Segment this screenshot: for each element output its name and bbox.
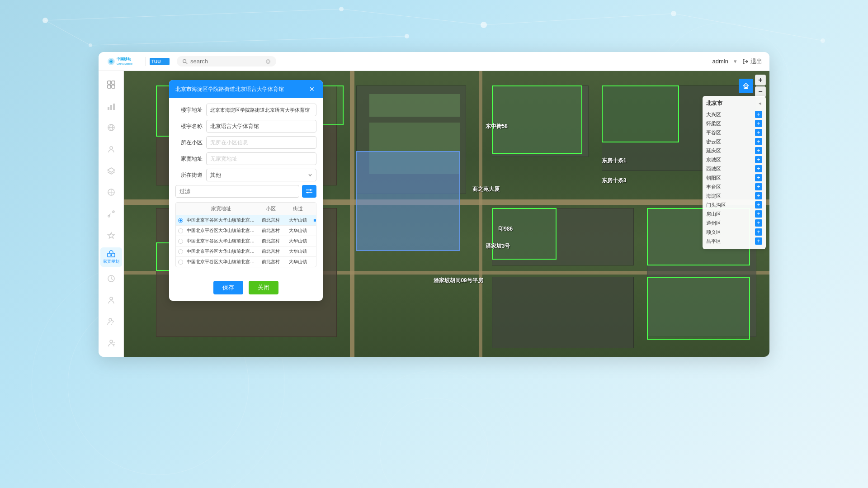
building-input[interactable] bbox=[206, 120, 316, 133]
street-select[interactable]: 其他 bbox=[206, 169, 316, 181]
transfer-button[interactable] bbox=[302, 185, 316, 198]
search-bar[interactable] bbox=[177, 56, 276, 66]
svg-point-48 bbox=[110, 254, 112, 256]
sidebar-item-person2[interactable] bbox=[101, 312, 121, 332]
cell-community-4: 前北宫村 bbox=[257, 257, 284, 267]
radio-unselected-3 bbox=[178, 249, 183, 254]
cell-address-2: 中国北京平谷区大华山镇前北宫村1号楼 bbox=[185, 236, 257, 246]
table-row-2[interactable]: 中国北京平谷区大华山镇前北宫村1号楼 前北宫村 大华山镇 bbox=[176, 236, 316, 246]
modal-header: 北京市海淀区学院路街道北京语言大学体育馆 ✕ bbox=[169, 80, 323, 98]
region-add-fengtai[interactable]: + bbox=[755, 183, 762, 190]
region-item-changping[interactable]: 昌平区 + bbox=[706, 237, 762, 246]
region-item-tongzhou[interactable]: 通州区 + bbox=[706, 218, 762, 227]
sidebar-item-stats[interactable] bbox=[101, 96, 121, 116]
region-item-huairou[interactable]: 怀柔区 + bbox=[706, 119, 762, 128]
sidebar-item-users[interactable] bbox=[101, 139, 121, 159]
close-button[interactable]: 关闭 bbox=[249, 281, 278, 294]
network-icon bbox=[107, 123, 115, 132]
sidebar-item-tools[interactable] bbox=[101, 204, 121, 224]
region-item-mentougou[interactable]: 门头沟区 + bbox=[706, 200, 762, 209]
cell-address-3: 中国北京平谷区大华山镇前北宫村1号楼 bbox=[185, 246, 257, 256]
star-icon bbox=[107, 232, 115, 240]
region-item-fangshan[interactable]: 房山区 + bbox=[706, 209, 762, 218]
region-list: 大兴区 + 怀柔区 + 平谷区 + 密云区 + bbox=[706, 110, 762, 246]
cell-address-1: 中国北京平谷区大华山镇前北宫村1号楼 bbox=[185, 226, 257, 236]
region-item-chaoyang[interactable]: 朝阳区 + bbox=[706, 173, 762, 182]
sidebar-item-person3[interactable] bbox=[101, 333, 121, 353]
search-icon bbox=[182, 58, 188, 65]
street-value: 其他 bbox=[210, 171, 221, 179]
save-button[interactable]: 保存 bbox=[213, 281, 243, 294]
sidebar-item-broadband[interactable]: 家宽规划 bbox=[100, 247, 122, 267]
home-button[interactable] bbox=[739, 79, 753, 93]
form-row-community: 所在小区 bbox=[175, 136, 316, 149]
region-add-daxing[interactable]: + bbox=[755, 111, 762, 118]
address-label: 楼宇地址 bbox=[175, 106, 203, 114]
table-row-0[interactable]: 中国北京平谷区大华山镇前北宫村1号楼 前北宫村 大华山镇 ≡ bbox=[176, 215, 316, 226]
table-row-1[interactable]: 中国北京平谷区大华山镇前北宫村1号楼 前北宫村 大华山镇 bbox=[176, 226, 316, 236]
svg-point-4 bbox=[821, 38, 825, 43]
sidebar: 家宽规划 bbox=[99, 71, 124, 357]
region-add-yanqing[interactable]: + bbox=[755, 147, 762, 154]
region-add-shunyi[interactable]: + bbox=[755, 228, 762, 236]
search-input[interactable] bbox=[190, 58, 263, 65]
sidebar-item-star[interactable] bbox=[101, 226, 121, 246]
sidebar-item-clock[interactable] bbox=[101, 269, 121, 289]
sidebar-item-network[interactable] bbox=[101, 118, 121, 137]
sidebar-item-person1[interactable] bbox=[101, 290, 121, 310]
region-add-pinggu[interactable]: + bbox=[755, 129, 762, 136]
region-item-xicheng[interactable]: 西城区 + bbox=[706, 164, 762, 173]
svg-line-26 bbox=[186, 62, 187, 63]
region-name-changping: 昌平区 bbox=[706, 238, 721, 245]
region-item-pinggu[interactable]: 平谷区 + bbox=[706, 128, 762, 137]
region-add-haidian[interactable]: + bbox=[755, 192, 762, 199]
address-input[interactable] bbox=[206, 104, 316, 116]
broadband-input[interactable] bbox=[206, 152, 316, 165]
table-row-3[interactable]: 中国北京平谷区大华山镇前北宫村1号楼 前北宫村 大华山镇 bbox=[176, 246, 316, 257]
filter-input[interactable] bbox=[175, 185, 299, 198]
region-add-dongcheng[interactable]: + bbox=[755, 156, 762, 163]
region-item-haidian[interactable]: 海淀区 + bbox=[706, 191, 762, 200]
region-add-huairou[interactable]: + bbox=[755, 120, 762, 127]
sidebar-item-layers[interactable] bbox=[101, 161, 121, 181]
table-row-4[interactable]: 中国北京平谷区大华山镇前北宫村1号楼 前北宫村 大华山镇 bbox=[176, 257, 316, 267]
community-input[interactable] bbox=[206, 136, 316, 149]
modal-close-button[interactable]: ✕ bbox=[307, 85, 316, 94]
zoom-in-button[interactable]: + bbox=[755, 75, 766, 85]
address-table: 家宽地址 小区 街道 bbox=[175, 202, 316, 267]
region-item-miyun[interactable]: 密云区 + bbox=[706, 137, 762, 146]
svg-point-41 bbox=[110, 147, 113, 149]
logout-button[interactable]: 退出 bbox=[742, 57, 762, 66]
clear-search-icon[interactable] bbox=[265, 58, 271, 65]
sidebar-item-globe[interactable] bbox=[101, 182, 121, 202]
svg-rect-31 bbox=[108, 81, 111, 84]
region-item-dongcheng[interactable]: 东城区 + bbox=[706, 155, 762, 164]
svg-point-17 bbox=[353, 371, 515, 488]
street-label: 所在街道 bbox=[175, 171, 203, 179]
svg-rect-34 bbox=[112, 85, 115, 88]
sidebar-item-dashboard[interactable] bbox=[101, 75, 121, 95]
map-controls: + − bbox=[739, 75, 766, 97]
region-add-miyun[interactable]: + bbox=[755, 138, 762, 145]
region-name-yanqing: 延庆区 bbox=[706, 147, 721, 154]
region-add-tongzhou[interactable]: + bbox=[755, 219, 762, 227]
region-item-daxing[interactable]: 大兴区 + bbox=[706, 110, 762, 119]
region-name-pinggu: 平谷区 bbox=[706, 129, 721, 136]
region-add-chaoyang[interactable]: + bbox=[755, 174, 762, 181]
header-right: admin ▾ 退出 bbox=[712, 57, 762, 66]
region-name-shunyi: 顺义区 bbox=[706, 229, 721, 236]
map-area[interactable]: 东中街58 商之苑大厦 潘家坡3号 潘家坡胡同09号平房 印986 东房十条1 … bbox=[124, 71, 769, 357]
region-add-mentougou[interactable]: + bbox=[755, 201, 762, 208]
region-add-changping[interactable]: + bbox=[755, 237, 762, 245]
region-add-xicheng[interactable]: + bbox=[755, 165, 762, 172]
region-item-fengtai[interactable]: 丰台区 + bbox=[706, 182, 762, 191]
region-name-fangshan: 房山区 bbox=[706, 211, 721, 218]
region-item-yanqing[interactable]: 延庆区 + bbox=[706, 146, 762, 155]
region-add-fangshan[interactable]: + bbox=[755, 210, 762, 218]
region-collapse-icon[interactable]: ◄ bbox=[758, 101, 762, 106]
cell-street-2: 大华山镇 bbox=[284, 236, 311, 246]
row-drag-0[interactable]: ≡ bbox=[311, 217, 316, 224]
svg-line-8 bbox=[341, 9, 484, 25]
region-item-shunyi[interactable]: 顺义区 + bbox=[706, 227, 762, 237]
admin-dropdown-icon[interactable]: ▾ bbox=[734, 58, 737, 65]
